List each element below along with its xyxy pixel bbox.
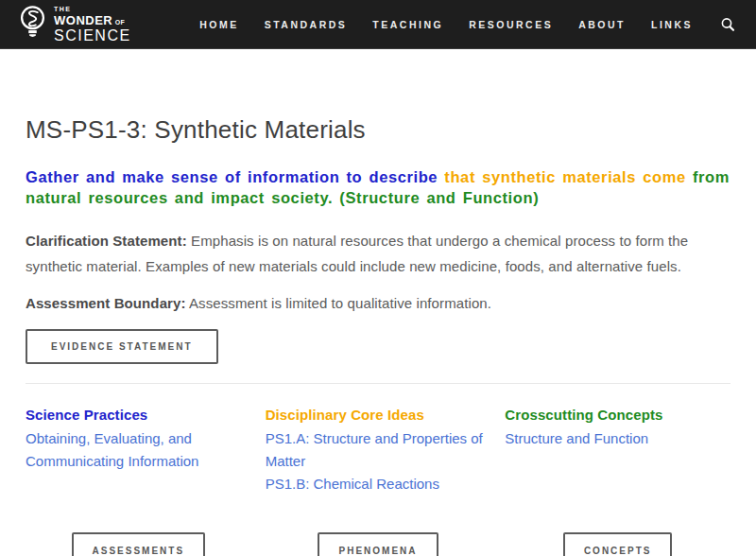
assessment-label: Assessment Boundary: <box>26 295 186 311</box>
nav-item-standards[interactable]: STANDARDS <box>265 19 348 30</box>
logo-science: SCIENCE <box>54 28 131 43</box>
evidence-statement-button[interactable]: EVIDENCE STATEMENT <box>26 329 218 364</box>
column-crosscutting-concepts: Crosscutting Concepts Structure and Func… <box>505 407 730 496</box>
dci-link-ps1a[interactable]: PS1.A: Structure and Properties of Matte… <box>266 427 491 474</box>
site-logo-text: THE WONDER OF SCIENCE <box>54 6 131 43</box>
bottom-buttons-row: ASSESSMENTS PHENOMENA CONCEPTS <box>26 532 730 556</box>
performance-expectation: Gather and make sense of information to … <box>26 167 730 209</box>
site-header: THE WONDER OF SCIENCE HOME STANDARDS TEA… <box>0 0 756 49</box>
nav-item-teaching[interactable]: TEACHING <box>372 19 443 30</box>
assessment-boundary: Assessment Boundary: Assessment is limit… <box>26 290 730 316</box>
column-disciplinary-core-ideas: Disciplinary Core Ideas PS1.A: Structure… <box>266 407 491 496</box>
nav-item-home[interactable]: HOME <box>199 19 239 30</box>
section-divider <box>26 383 730 384</box>
site-logo[interactable]: THE WONDER OF SCIENCE <box>19 5 131 44</box>
nav-item-about[interactable]: ABOUT <box>578 19 626 30</box>
logo-the: THE <box>54 6 131 12</box>
clarification-statement: Clarification Statement: Emphasis is on … <box>26 228 730 279</box>
clarification-label: Clarification Statement: <box>26 233 187 249</box>
column-science-practices: Science Practices Obtaining, Evaluating,… <box>26 407 251 496</box>
disciplinary-core-ideas-heading: Disciplinary Core Ideas <box>266 407 491 423</box>
science-practices-link[interactable]: Obtaining, Evaluating, and Communicating… <box>26 427 251 474</box>
concepts-button[interactable]: CONCEPTS <box>563 532 673 556</box>
logo-wonder: WONDER OF <box>54 14 131 26</box>
pe-segment-dci: that synthetic materials come <box>444 168 685 185</box>
lightbulb-icon <box>19 5 46 44</box>
search-icon[interactable] <box>720 17 735 32</box>
assessment-text: Assessment is limited to qualitative inf… <box>189 295 491 311</box>
nav-item-links[interactable]: LINKS <box>651 19 693 30</box>
dimensions-columns: Science Practices Obtaining, Evaluating,… <box>26 407 730 496</box>
pe-segment-paren: (Structure and Function) <box>339 189 539 206</box>
assessments-button[interactable]: ASSESSMENTS <box>72 532 206 556</box>
main-nav: HOME STANDARDS TEACHING RESOURCES ABOUT … <box>199 17 735 32</box>
phenomena-button[interactable]: PHENOMENA <box>318 532 438 556</box>
crosscutting-link[interactable]: Structure and Function <box>505 427 730 450</box>
pe-segment-practice: Gather and make sense of information to … <box>26 168 438 185</box>
page-title: MS-PS1-3: Synthetic Materials <box>26 115 730 145</box>
science-practices-heading: Science Practices <box>26 407 251 423</box>
nav-item-resources[interactable]: RESOURCES <box>469 19 553 30</box>
crosscutting-concepts-heading: Crosscutting Concepts <box>505 407 730 423</box>
dci-link-ps1b[interactable]: PS1.B: Chemical Reactions <box>266 473 491 495</box>
main-content: MS-PS1-3: Synthetic Materials Gather and… <box>0 115 756 556</box>
